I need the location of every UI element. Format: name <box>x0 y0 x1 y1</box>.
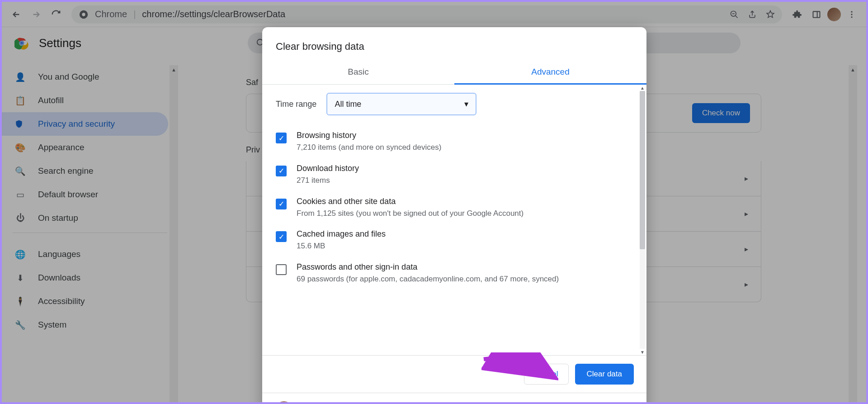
profile-avatar-small <box>275 401 293 404</box>
share-icon[interactable] <box>748 10 757 19</box>
omnibox[interactable]: Chrome | chrome://settings/clearBrowserD… <box>71 5 782 24</box>
option-cookies[interactable]: ✓ Cookies and other site dataFrom 1,125 … <box>276 191 633 224</box>
sidebar-item-languages[interactable]: 🌐Languages <box>2 242 168 266</box>
profile-avatar[interactable] <box>827 8 841 21</box>
dialog-tabs: Basic Advanced <box>262 61 646 85</box>
sidebar-item-privacy[interactable]: Privacy and security <box>2 112 168 136</box>
dialog-body: ▲▼ Time range All time ▾ ✓ Browsing hist… <box>262 85 646 355</box>
svg-point-1 <box>82 13 85 16</box>
chrome-logo-icon <box>14 36 29 50</box>
clear-browsing-data-dialog: Clear browsing data Basic Advanced ▲▼ Ti… <box>262 27 646 404</box>
back-button[interactable] <box>8 6 24 23</box>
svg-point-5 <box>851 14 852 15</box>
tab-basic[interactable]: Basic <box>262 61 454 84</box>
tab-advanced[interactable]: Advanced <box>454 61 646 85</box>
time-range-label: Time range <box>276 100 316 109</box>
person-icon: 👤 <box>14 72 26 82</box>
chrome-icon <box>79 10 89 19</box>
svg-point-4 <box>851 11 852 12</box>
browser-toolbar: Chrome | chrome://settings/clearBrowserD… <box>2 2 866 27</box>
option-browsing-history[interactable]: ✓ Browsing history7,210 items (and more … <box>276 125 633 158</box>
svg-rect-3 <box>813 11 820 17</box>
autofill-icon: 📋 <box>14 95 26 106</box>
search-icon: 🔍 <box>14 166 26 176</box>
sidebar-item-autofill[interactable]: 📋Autofill <box>2 89 168 112</box>
sidebar-scrollbar[interactable]: ▲ <box>170 65 178 402</box>
time-range-select[interactable]: All time ▾ <box>326 93 476 115</box>
chevron-down-icon: ▾ <box>464 99 468 109</box>
check-now-button[interactable]: Check now <box>692 103 750 123</box>
sidebar-item-you-and-google[interactable]: 👤You and Google <box>2 65 168 89</box>
checkbox-cookies[interactable]: ✓ <box>276 199 287 209</box>
settings-title: Settings <box>39 36 81 50</box>
sidebar-item-default-browser[interactable]: ▭Default browser <box>2 183 168 206</box>
shield-icon <box>14 119 26 128</box>
power-icon: ⏻ <box>14 213 26 223</box>
option-download-history[interactable]: ✓ Download history271 items <box>276 158 633 191</box>
checkbox-browsing-history[interactable]: ✓ <box>276 133 287 143</box>
sidebar-item-search-engine[interactable]: 🔍Search engine <box>2 159 168 183</box>
sidepanel-icon[interactable] <box>808 6 825 23</box>
content-scrollbar[interactable]: ▲ <box>849 65 857 402</box>
zoom-icon[interactable] <box>730 10 739 19</box>
clear-data-button[interactable]: Clear data <box>575 364 634 385</box>
svg-point-6 <box>851 16 852 18</box>
forward-button[interactable] <box>28 6 44 23</box>
product-label: Chrome <box>95 9 127 19</box>
sidebar-item-appearance[interactable]: 🎨Appearance <box>2 136 168 159</box>
dialog-profile-row: Supreeth R Koundinya <box>262 393 646 404</box>
cancel-button[interactable]: Cancel <box>524 364 569 385</box>
accessibility-icon: 🕴 <box>14 296 26 307</box>
bookmark-icon[interactable] <box>766 10 775 19</box>
svg-point-9 <box>20 42 24 45</box>
option-cache[interactable]: ✓ Cached images and files15.6 MB <box>276 224 633 257</box>
dialog-title: Clear browsing data <box>262 27 646 61</box>
dialog-actions: Cancel Clear data <box>262 355 646 393</box>
palette-icon: 🎨 <box>14 143 26 153</box>
option-passwords[interactable]: Passwords and other sign-in data69 passw… <box>276 257 633 290</box>
download-icon: ⬇ <box>14 273 26 283</box>
separator: | <box>133 9 136 19</box>
menu-icon[interactable] <box>844 6 860 23</box>
checkbox-passwords[interactable] <box>276 264 287 275</box>
sidebar-item-system[interactable]: 🔧System <box>2 313 168 337</box>
sidebar-item-startup[interactable]: ⏻On startup <box>2 206 168 230</box>
url-text: chrome://settings/clearBrowserData <box>142 9 285 19</box>
browser-icon: ▭ <box>14 190 26 200</box>
sidebar-item-accessibility[interactable]: 🕴Accessibility <box>2 290 168 313</box>
wrench-icon: 🔧 <box>14 320 26 330</box>
settings-sidebar: ▲ 👤You and Google 📋Autofill Privacy and … <box>2 65 178 402</box>
extensions-icon[interactable] <box>789 6 806 23</box>
sidebar-item-downloads[interactable]: ⬇Downloads <box>2 266 168 290</box>
reload-button[interactable] <box>48 6 64 23</box>
globe-icon: 🌐 <box>14 249 26 260</box>
checkbox-download-history[interactable]: ✓ <box>276 166 287 176</box>
dialog-scrollbar[interactable]: ▲▼ <box>638 85 646 355</box>
checkbox-cache[interactable]: ✓ <box>276 231 287 242</box>
